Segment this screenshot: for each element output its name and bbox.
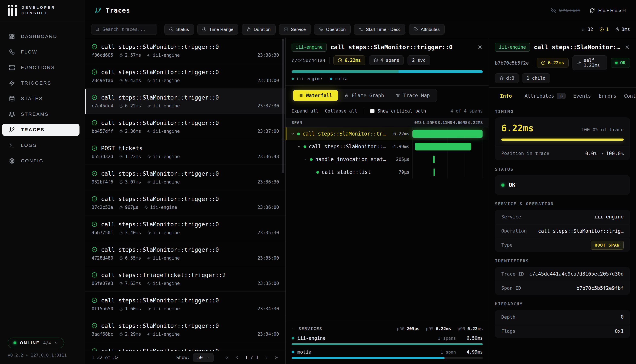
sidebar-item-traces[interactable]: TRACES: [2, 124, 80, 136]
waterfall-span-row[interactable]: call steps::SlaMonitor::tr…6.22ms: [286, 128, 489, 140]
trace-id: 4728d480: [92, 256, 113, 261]
chevron-down-icon[interactable]: [292, 327, 296, 330]
tab-events[interactable]: Events: [573, 93, 591, 99]
trace-row[interactable]: call steps::SlaMonitor::trigger::04728d4…: [85, 241, 286, 266]
refresh-button[interactable]: REFRESH: [590, 8, 626, 13]
collapse-all-button[interactable]: Collapse all: [325, 108, 357, 114]
filter-button-service[interactable]: Service: [279, 24, 311, 35]
sidebar-item-dashboard[interactable]: DASHBOARD: [2, 30, 80, 42]
trace-service: iii-engine: [147, 332, 180, 337]
trace-row[interactable]: call steps::TriageTicket::trigger::206fe…: [85, 266, 286, 292]
settings-icon: [9, 158, 15, 164]
sidebar-item-flow[interactable]: FLOW: [2, 46, 80, 58]
check-circle-icon: [92, 247, 97, 252]
search-box[interactable]: [91, 24, 157, 35]
header-actions: SYSTEM REFRESH: [551, 8, 626, 13]
trace-row[interactable]: call steps::SlaMonitor::trigger::028c9ef…: [85, 63, 286, 89]
service-value: iii-engine: [153, 103, 180, 108]
waterfall-span-row[interactable]: call state::list79µs: [286, 166, 489, 178]
trace-service: iii-engine: [144, 205, 177, 210]
tab-context[interactable]: Context: [624, 93, 636, 99]
detail-label: Service: [501, 214, 521, 220]
tab-attributes[interactable]: Attributes12: [524, 93, 566, 99]
zap-icon: [147, 332, 151, 336]
filter-button-operation[interactable]: Operation: [314, 24, 350, 35]
expand-all-button[interactable]: Expand all: [292, 108, 318, 114]
trace-row[interactable]: call steps::SlaMonitor::trigger::01f18ef…: [85, 342, 286, 351]
timer-icon: [246, 27, 251, 32]
sidebar-item-config[interactable]: CONFIG: [2, 155, 80, 167]
waterfall-span-row[interactable]: call steps::SlaMonitor::…4.99ms: [286, 140, 489, 153]
next-page-button[interactable]: [264, 355, 269, 360]
zap-icon: [147, 104, 151, 108]
service-name: motia: [297, 349, 312, 354]
detail-value: 0: [621, 314, 624, 320]
workflow-icon: [319, 27, 323, 32]
tab-flame-graph[interactable]: Flame Graph: [339, 90, 390, 101]
online-status-pill[interactable]: ONLINE 4/4: [8, 338, 64, 348]
hierarchy-card: Depth0Flags0x1: [495, 310, 630, 338]
filter-button-attributes[interactable]: Attributes: [409, 24, 444, 35]
trace-row[interactable]: POST ticketsb553d32d1.22msiii-engine23:3…: [85, 140, 286, 165]
legend-label: iii-engine: [296, 76, 322, 81]
zap-icon: [147, 155, 151, 158]
sidebar-item-states[interactable]: STATES: [2, 92, 80, 105]
prev-page-button[interactable]: [235, 355, 240, 360]
service-value: iii-engine: [153, 154, 180, 159]
error-count-stat: 1: [600, 27, 609, 32]
tab-info[interactable]: Info: [495, 91, 517, 101]
axis-tick: 1.55MS: [422, 120, 437, 125]
sidebar-item-streams[interactable]: STREAMS: [2, 108, 80, 120]
server-icon: [9, 64, 15, 70]
percentile: p956.22ms: [426, 326, 451, 331]
tab-waterfall[interactable]: Waterfall: [293, 90, 338, 101]
git-fork-icon: [396, 93, 400, 98]
layers-icon: [374, 58, 378, 62]
span-duration: 205µs: [393, 157, 410, 162]
timing-duration: 6.22ms: [501, 123, 534, 134]
trace-row[interactable]: call steps::SlaMonitor::trigger::0952bf4…: [85, 165, 286, 190]
sidebar-item-logs[interactable]: LOGS: [2, 139, 80, 152]
service-value: iii-engine: [153, 78, 180, 83]
system-toggle[interactable]: SYSTEM: [551, 8, 580, 13]
list-scrollbar-thumb[interactable]: [282, 38, 284, 173]
percentiles: p50205µsp956.22msp996.22ms: [397, 326, 483, 331]
filter-button-status[interactable]: Status: [164, 24, 194, 35]
first-page-button[interactable]: [225, 355, 229, 360]
span-detail-panel: iii-engine call steps::SlaMonitor::trigg…: [489, 38, 636, 364]
status-value: OK: [620, 60, 626, 66]
trace-row-meta: f36cd6052.57msiii-engine23:38:30: [92, 53, 279, 58]
filter-button-time-range[interactable]: Time Range: [197, 24, 238, 35]
x-circle-icon: [600, 27, 604, 32]
last-page-button[interactable]: [274, 355, 279, 360]
tab-errors[interactable]: Errors: [599, 93, 616, 99]
tab-trace-map[interactable]: Trace Map: [390, 90, 436, 101]
timer-icon: [119, 282, 123, 285]
trace-row-title: call steps::SlaMonitor::trigger::0: [92, 94, 279, 101]
trace-row[interactable]: call steps::SlaMonitor::trigger::0c7c45d…: [85, 89, 286, 114]
critical-path-toggle[interactable]: Show critical path: [370, 108, 426, 114]
trace-row[interactable]: call steps::SlaMonitor::trigger::00f15a6…: [85, 292, 286, 317]
trace-row[interactable]: call steps::SlaMonitor::trigger::0f36cd6…: [85, 38, 286, 63]
trace-row[interactable]: call steps::SlaMonitor::trigger::0bb457d…: [85, 114, 286, 140]
sidebar-item-functions[interactable]: FUNCTIONS: [2, 62, 80, 74]
filter-button-start-time-desc[interactable]: Start Time · Desc: [354, 24, 406, 35]
critical-path-checkbox[interactable]: [370, 109, 374, 113]
close-icon[interactable]: [624, 44, 630, 50]
trace-row[interactable]: call steps::SlaMonitor::trigger::037c2c5…: [85, 190, 286, 216]
service-value: iii-engine: [153, 281, 180, 286]
search-input[interactable]: [102, 27, 153, 32]
filter-buttons: StatusTime RangeDurationServiceOperation…: [164, 24, 444, 35]
sidebar-item-triggers[interactable]: TRIGGERS: [2, 77, 80, 89]
trace-row-title: call steps::SlaMonitor::trigger::0: [92, 322, 279, 329]
check-circle-icon: [92, 44, 97, 50]
trace-row[interactable]: call steps::SlaMonitor::trigger::04bb775…: [85, 216, 286, 241]
trace-time: 23:38:00: [258, 78, 279, 83]
waterfall-span-row[interactable]: handle_invocation stat…205µs: [286, 153, 489, 166]
filter-button-duration[interactable]: Duration: [242, 24, 275, 35]
trace-row-title: call steps::SlaMonitor::trigger::0: [92, 348, 279, 351]
trace-row[interactable]: call steps::SlaMonitor::trigger::03aaf68…: [85, 317, 286, 342]
page-size-select[interactable]: 50: [193, 353, 213, 362]
close-icon[interactable]: [477, 44, 483, 50]
logo: DEVELOPER CONSOLE: [0, 0, 85, 21]
